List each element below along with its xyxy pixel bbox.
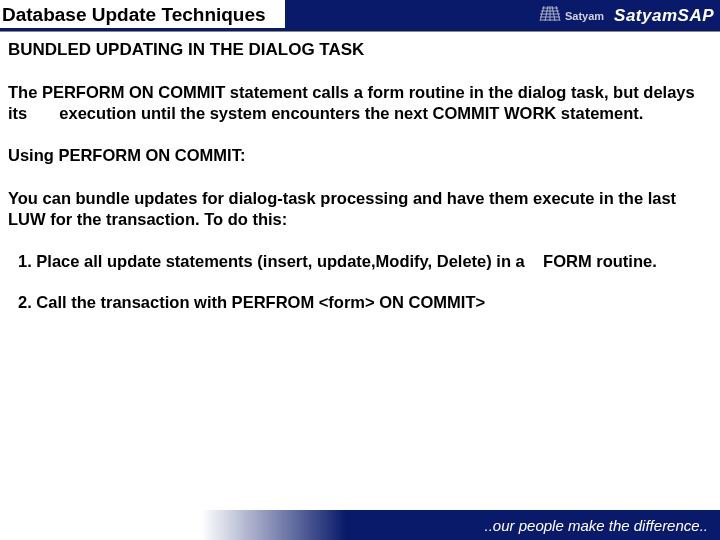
slide-footer: ..our people make the difference.. <box>0 510 720 540</box>
satyamsap-logo: SatyamSAP <box>614 6 714 26</box>
slide-header: Database Update Techniques Satyam <box>0 0 720 32</box>
header-title-wrap: Database Update Techniques <box>0 0 285 31</box>
satyamsap-logo-text: SatyamSAP <box>614 6 714 25</box>
slide-title: Database Update Techniques <box>0 4 266 26</box>
footer-tagline: ..our people make the difference.. <box>485 517 708 534</box>
content-paragraph-1: The PERFORM ON COMMIT statement calls a … <box>8 82 712 123</box>
header-bar: Satyam SatyamSAP <box>285 0 720 31</box>
content-list-item-1: 1. Place all update statements (insert, … <box>8 251 712 272</box>
satyam-logo-icon <box>539 6 561 26</box>
content-list-item-2: 2. Call the transaction with PERFROM <fo… <box>8 292 712 313</box>
content-paragraph-3: You can bundle updates for dialog-task p… <box>8 188 712 229</box>
slide-content: BUNDLED UPDATING IN THE DIALOG TASK The … <box>0 32 720 312</box>
content-subheading: BUNDLED UPDATING IN THE DIALOG TASK <box>8 40 712 60</box>
satyam-logo-text: Satyam <box>565 10 604 22</box>
satyam-logo: Satyam <box>539 6 604 26</box>
content-paragraph-2: Using PERFORM ON COMMIT: <box>8 145 712 166</box>
